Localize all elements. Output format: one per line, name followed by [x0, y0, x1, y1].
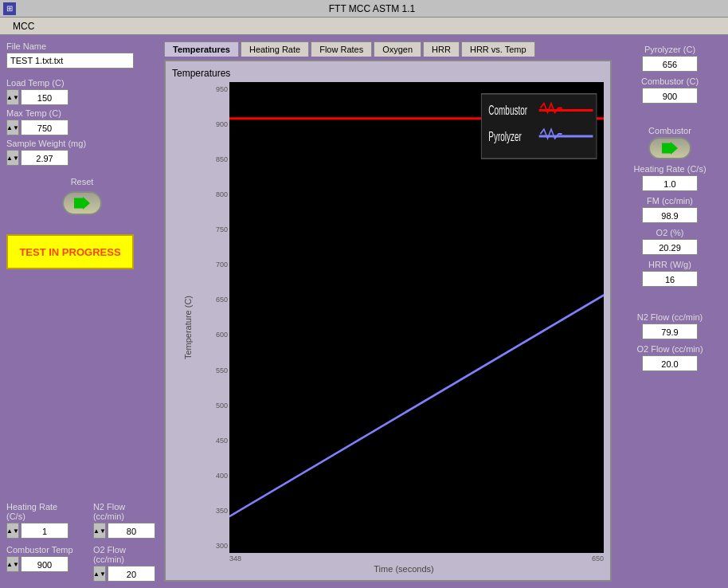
sample-weight-label: Sample Weight (mg) — [6, 139, 158, 148]
o2-flow-value[interactable]: 20 — [108, 566, 155, 582]
fm-field: FM (cc/min) 98.9 — [618, 196, 722, 223]
spinner-section: Load Temp (C) ▲▼ 150 Max Temp (C) ▲▼ 750… — [6, 78, 158, 166]
o2-flow-right-value: 20.0 — [642, 355, 698, 371]
y-tick-650: 650 — [205, 296, 228, 304]
fm-label: FM (cc/min) — [647, 196, 693, 206]
combustor-c-label: Combustor (C) — [641, 76, 699, 86]
left-panel: File Name Load Temp (C) ▲▼ 150 Max Temp … — [6, 41, 158, 582]
tab-flow-rates[interactable]: Flow Rates — [311, 41, 372, 57]
o2-flow-label: O2 Flow (cc/min) — [93, 545, 158, 564]
menu-bar: MCC — [0, 18, 728, 35]
hrr-label: HRR (W/g) — [648, 260, 691, 269]
load-temp-value[interactable]: 150 — [21, 89, 68, 105]
sample-weight-value[interactable]: 2.97 — [21, 150, 68, 166]
combustor-toggle-icon — [662, 142, 678, 155]
combustor-toggle-field: Combustor — [618, 126, 722, 159]
tab-oxygen[interactable]: Oxygen — [374, 41, 421, 57]
app-icon: ⊞ — [3, 2, 16, 15]
bottom-left-col1: Heating Rate (C/s) ▲▼ 1 Combustor Temp ▲… — [6, 502, 77, 582]
load-temp-group: Load Temp (C) ▲▼ 150 — [6, 78, 158, 105]
n2-flow-spinner[interactable]: ▲▼ — [93, 523, 106, 539]
center-panel: Temperatures Heating Rate Flow Rates Oxy… — [164, 41, 612, 582]
heating-rate-label: Heating Rate (C/s) — [6, 502, 77, 521]
max-temp-label: Max Temp (C) — [6, 108, 158, 118]
y-tick-400: 400 — [205, 472, 228, 480]
n2-flow-value[interactable]: 80 — [108, 523, 155, 539]
menu-item-mcc[interactable]: MCC — [6, 19, 41, 33]
n2-flow-right-value: 79.9 — [642, 323, 698, 339]
y-tick-750: 750 — [205, 225, 228, 233]
n2-flow-label: N2 Flow (cc/min) — [93, 502, 158, 521]
file-name-input[interactable] — [6, 53, 134, 69]
y-tick-500: 500 — [205, 402, 228, 410]
chart-container: Temperatures Temperature (C) 950 900 850… — [164, 60, 612, 582]
load-temp-label: Load Temp (C) — [6, 78, 158, 88]
y-tick-550: 550 — [205, 367, 228, 374]
sample-weight-spinner[interactable]: ▲▼ — [6, 150, 19, 166]
tab-hrr[interactable]: HRR — [423, 41, 460, 57]
y-tick-700: 700 — [205, 261, 228, 269]
tab-bar: Temperatures Heating Rate Flow Rates Oxy… — [164, 41, 612, 57]
y-axis-label: Temperature (C) — [183, 296, 193, 359]
n2-flow-group: N2 Flow (cc/min) ▲▼ 80 — [93, 502, 158, 539]
right-panel: Pyrolyzer (C) 656 Combustor (C) 900 Comb… — [618, 41, 722, 582]
max-temp-value[interactable]: 750 — [21, 120, 68, 135]
x-axis-label: Time (seconds) — [204, 564, 604, 574]
tab-heating-rate[interactable]: Heating Rate — [241, 41, 309, 57]
tab-hrr-vs-temp[interactable]: HRR vs. Temp — [461, 41, 535, 57]
load-temp-spinner[interactable]: ▲▼ — [6, 89, 19, 105]
tab-temperatures[interactable]: Temperatures — [164, 41, 239, 57]
reset-label: Reset — [71, 177, 94, 186]
y-tick-950: 950 — [205, 85, 228, 93]
o2-flow-right-label: O2 Flow (cc/min) — [636, 344, 703, 354]
file-name-section: File Name — [6, 41, 158, 69]
file-name-label: File Name — [6, 41, 158, 51]
svg-text:Combustor: Combustor — [488, 104, 527, 118]
title-bar: ⊞ FTT MCC ASTM 1.1 — [0, 0, 728, 18]
test-progress-button[interactable]: TEST IN PROGRESS — [6, 234, 134, 269]
heating-rate-group: Heating Rate (C/s) ▲▼ 1 — [6, 502, 77, 539]
x-tick-max: 650 — [592, 555, 604, 563]
y-tick-850: 850 — [205, 155, 228, 163]
heating-rate-right-label: Heating Rate (C/s) — [633, 164, 706, 174]
y-tick-600: 600 — [205, 331, 228, 339]
reset-button[interactable] — [62, 191, 102, 215]
reset-play-icon — [74, 197, 90, 210]
reset-section: Reset — [6, 177, 158, 215]
combustor-temp-value[interactable]: 900 — [21, 556, 68, 572]
o2-percent-field: O2 (%) 20.29 — [618, 228, 722, 255]
max-temp-group: Max Temp (C) ▲▼ 750 — [6, 108, 158, 135]
x-tick-min: 348 — [229, 555, 241, 563]
bottom-left-col2: N2 Flow (cc/min) ▲▼ 80 O2 Flow (cc/min) … — [93, 502, 158, 582]
combustor-c-field: Combustor (C) 900 — [618, 76, 722, 104]
svg-line-1 — [229, 295, 604, 516]
pyrolyzer-label: Pyrolyzer (C) — [644, 45, 695, 54]
y-tick-450: 450 — [205, 437, 228, 445]
o2-percent-label: O2 (%) — [656, 228, 684, 237]
hrr-value: 16 — [642, 271, 698, 287]
fm-value: 98.9 — [642, 207, 698, 223]
combustor-temp-label: Combustor Temp — [6, 545, 77, 555]
heating-rate-spinner[interactable]: ▲▼ — [6, 523, 19, 539]
n2-flow-right-label: N2 Flow (cc/min) — [637, 312, 703, 322]
combustor-temp-group: Combustor Temp ▲▼ 900 — [6, 545, 77, 572]
y-tick-900: 900 — [205, 120, 228, 128]
o2-flow-right-field: O2 Flow (cc/min) 20.0 — [618, 344, 722, 371]
y-tick-300: 300 — [205, 542, 228, 550]
o2-flow-spinner[interactable]: ▲▼ — [93, 566, 106, 582]
bottom-left-section: Heating Rate (C/s) ▲▼ 1 Combustor Temp ▲… — [6, 496, 158, 582]
combustor-temp-spinner[interactable]: ▲▼ — [6, 556, 19, 572]
heating-rate-value[interactable]: 1 — [21, 523, 68, 539]
combustor-toggle-button[interactable] — [648, 137, 691, 159]
y-tick-800: 800 — [205, 190, 228, 198]
pyrolyzer-value: 656 — [642, 56, 698, 72]
chart-title: Temperatures — [172, 68, 604, 79]
heating-rate-right-field: Heating Rate (C/s) 1.0 — [618, 164, 722, 191]
heating-rate-right-value: 1.0 — [642, 175, 698, 191]
combustor-toggle-label: Combustor — [648, 126, 691, 135]
hrr-field: HRR (W/g) 16 — [618, 260, 722, 287]
max-temp-spinner[interactable]: ▲▼ — [6, 120, 19, 135]
pyrolyzer-field: Pyrolyzer (C) 656 — [618, 45, 722, 72]
o2-flow-group: O2 Flow (cc/min) ▲▼ 20 — [93, 545, 158, 582]
combustor-c-value: 900 — [642, 88, 698, 104]
